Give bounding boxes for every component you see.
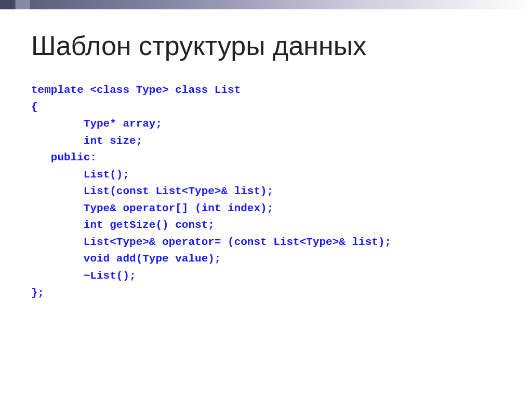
code-line-5: public: xyxy=(31,149,501,167)
code-line-10: List<Type>& operator= (const List<Type>&… xyxy=(31,234,501,251)
top-bar xyxy=(0,0,532,9)
code-line-4: int size; xyxy=(31,133,501,150)
code-line-13: }; xyxy=(31,285,501,302)
main-content: Шаблон структуры данных template <class … xyxy=(0,9,532,398)
code-line-9: int getSize() const; xyxy=(31,217,501,234)
code-line-8: Type& operator[] (int index); xyxy=(31,200,501,217)
code-line-3: Type* array; xyxy=(31,116,501,133)
code-line-1: template <class Type> class List xyxy=(31,82,501,99)
code-line-6: List(); xyxy=(31,167,501,184)
code-line-2: { xyxy=(31,99,501,116)
code-line-11: void add(Type value); xyxy=(31,251,501,268)
code-line-7: List(const List<Type>& list); xyxy=(31,183,501,200)
slide-title: Шаблон структуры данных xyxy=(31,30,501,61)
code-block: template <class Type> class List { Type*… xyxy=(31,82,501,301)
code-line-12: ~List(); xyxy=(31,268,501,285)
